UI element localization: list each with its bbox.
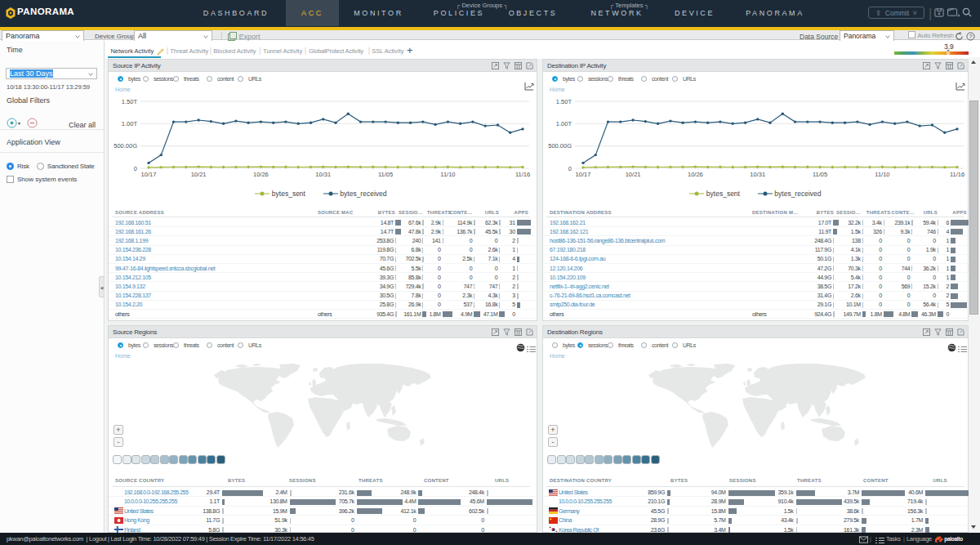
svg-text:1.50T: 1.50T bbox=[556, 99, 572, 105]
svg-text:1.00T: 1.00T bbox=[122, 120, 138, 127]
svg-text:11/05: 11/05 bbox=[378, 171, 393, 178]
svg-text:10/21: 10/21 bbox=[626, 171, 641, 178]
svg-text:10/17: 10/17 bbox=[141, 171, 157, 178]
svg-text:0: 0 bbox=[134, 165, 137, 172]
svg-text:?: ? bbox=[969, 33, 972, 40]
svg-text:11/10: 11/10 bbox=[440, 171, 455, 178]
svg-text:paloalto: paloalto bbox=[944, 536, 963, 543]
svg-text:11/16: 11/16 bbox=[515, 171, 530, 178]
svg-text:0: 0 bbox=[568, 165, 572, 172]
svg-text:10/31: 10/31 bbox=[315, 171, 331, 178]
svg-text:10/21: 10/21 bbox=[191, 171, 207, 178]
svg-text:10/26: 10/26 bbox=[253, 171, 269, 178]
svg-text:10/26: 10/26 bbox=[688, 171, 703, 178]
svg-text:11/10: 11/10 bbox=[875, 171, 889, 178]
svg-text:500.00G: 500.00G bbox=[114, 142, 137, 150]
svg-text:1.00T: 1.00T bbox=[556, 120, 572, 127]
svg-text:11/05: 11/05 bbox=[813, 171, 827, 178]
svg-text:1.50T: 1.50T bbox=[122, 99, 138, 105]
svg-text:10/17: 10/17 bbox=[576, 171, 591, 178]
svg-text:500.00G: 500.00G bbox=[548, 142, 572, 150]
svg-text:11/16: 11/16 bbox=[950, 171, 964, 178]
svg-text:10/31: 10/31 bbox=[750, 171, 765, 178]
